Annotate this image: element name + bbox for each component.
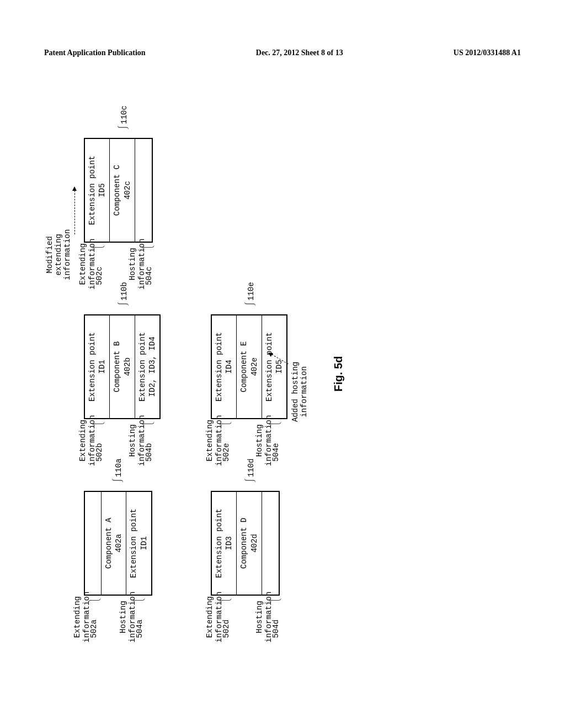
component-a: Component A 402a Extension pointID1 bbox=[84, 491, 152, 596]
bracket-a-bottom: ⎱ bbox=[132, 597, 146, 604]
ref-502d: 502d bbox=[222, 619, 231, 638]
component-a-ext-top bbox=[85, 492, 102, 595]
ref-504c: 504c bbox=[145, 266, 154, 285]
ref-110c: ⎰110c bbox=[117, 105, 130, 131]
component-e-ext-top: Extension pointID4 bbox=[212, 315, 237, 418]
ref-110e: ⎰110e bbox=[244, 282, 257, 307]
bracket-c-bottom: ⎱ bbox=[142, 244, 156, 251]
modified-extending-annotation: Modifiedextendinginformation bbox=[45, 229, 72, 280]
ref-502b: 502b bbox=[95, 443, 104, 462]
bracket-d-bottom: ⎱ bbox=[269, 597, 282, 604]
bracket-e-top: ⎱ bbox=[219, 420, 233, 427]
component-d-name: Component D 402d bbox=[237, 492, 262, 595]
bracket-a-top: ⎱ bbox=[88, 597, 102, 604]
component-e-name: Component E 402e bbox=[237, 315, 262, 418]
bracket-b-bottom: ⎱ bbox=[142, 420, 156, 427]
header-right: US 2012/0331488 A1 bbox=[454, 49, 521, 57]
component-c-name: Component C 402c bbox=[110, 139, 135, 242]
component-b-ext-bottom: Extension pointID2, ID3, ID4 bbox=[135, 315, 159, 418]
component-c: Extension pointID5 Component C 402c bbox=[84, 138, 153, 243]
component-d-ext-bottom bbox=[262, 492, 279, 595]
component-c-ext-bottom bbox=[135, 139, 152, 242]
added-hosting-annotation: Added hostinginformation bbox=[291, 362, 308, 422]
component-d: Extension pointID3 Component D 402d bbox=[211, 491, 280, 596]
component-b: Extension pointID1 Component B 402b Exte… bbox=[84, 314, 161, 419]
component-e: Extension pointID4 Component E 402e Exte… bbox=[211, 314, 287, 419]
diagram-container: Component A 402a Extension pointID1 Exte… bbox=[62, 88, 503, 640]
ref-502a: 502a bbox=[89, 619, 99, 638]
ref-502e: 502e bbox=[222, 443, 231, 462]
component-d-ext-top: Extension pointID3 bbox=[212, 492, 237, 595]
bracket-b-top: ⎱ bbox=[92, 420, 106, 427]
ref-110a: ⎰110a bbox=[111, 458, 124, 484]
component-b-ext-top: Extension pointID1 bbox=[85, 315, 110, 418]
ref-504a: 504a bbox=[135, 619, 145, 638]
component-b-name: Component B 402b bbox=[110, 315, 135, 418]
ref-504e: 504e bbox=[271, 443, 281, 462]
ref-502c: 502c bbox=[95, 266, 104, 285]
header-left: Patent Application Publication bbox=[44, 49, 146, 57]
header-center: Dec. 27, 2012 Sheet 8 of 13 bbox=[256, 49, 343, 57]
bracket-e-bottom: ⎱ bbox=[269, 420, 282, 427]
bracket-c-top: ⎱ bbox=[92, 244, 106, 251]
component-e-ext-bottom: Extension pointID5 bbox=[262, 315, 286, 418]
ref-504b: 504b bbox=[145, 443, 154, 462]
component-a-ext-bottom: Extension pointID1 bbox=[126, 492, 151, 595]
component-a-name: Component A 402a bbox=[102, 492, 126, 595]
bracket-d-top: ⎱ bbox=[219, 597, 233, 604]
figure-label: Fig. 5d bbox=[332, 356, 345, 392]
ref-504d: 504d bbox=[271, 619, 281, 638]
dashed-arrow-modified bbox=[74, 188, 75, 234]
component-c-ext-top: Extension pointID5 bbox=[85, 139, 110, 242]
